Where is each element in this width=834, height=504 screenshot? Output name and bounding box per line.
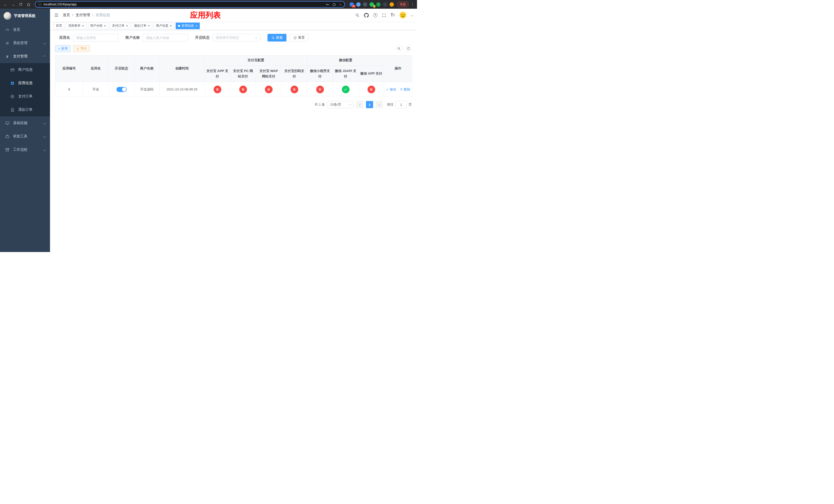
cell-wx-jsapi: ✓ (333, 82, 358, 97)
breadcrumb-payment[interactable]: 支付管理 (76, 13, 90, 18)
tab-close-icon[interactable]: × (170, 24, 172, 27)
reset-button[interactable]: 重置 (289, 34, 308, 42)
github-icon[interactable] (364, 13, 369, 18)
browser-extensions: 10 1 (349, 2, 395, 7)
help-icon[interactable]: ? (373, 13, 377, 18)
browser-back-button[interactable]: ← (3, 2, 8, 7)
prev-page-button[interactable]: ‹ (356, 101, 364, 108)
breadcrumb-home[interactable]: 首页 (63, 13, 70, 18)
sidebar-item-workflow[interactable]: 工作流程 (0, 143, 50, 156)
col-header-alipay-pc: 支付宝 PC 网站支付 (230, 66, 256, 82)
tab-close-icon[interactable]: × (148, 24, 150, 27)
search-button[interactable]: 搜索 (267, 34, 286, 42)
chevron-down-icon (43, 42, 46, 44)
extension-icon-7[interactable] (390, 2, 394, 7)
cell-status (109, 82, 134, 97)
toggle-search-button[interactable] (395, 45, 402, 52)
tab-label: 流程表单 (68, 24, 81, 28)
tab-close-icon[interactable]: × (104, 24, 106, 27)
sidebar-item-system[interactable]: 系统管理 (0, 37, 50, 50)
browser-reload-button[interactable] (18, 2, 24, 7)
sidebar-submenu-payment: 商户信息 应用信息 支付订单 (0, 63, 50, 116)
bookmark-star-icon[interactable]: ☆ (339, 3, 342, 6)
chevron-down-icon (43, 148, 46, 151)
add-button[interactable]: + 新增 (55, 45, 70, 52)
sidebar-item-app-info[interactable]: 应用信息 (0, 76, 50, 90)
sidebar-item-refund-order[interactable]: 退款订单 (0, 103, 50, 116)
fullscreen-icon[interactable] (382, 13, 386, 18)
chevron-down-icon (255, 36, 258, 39)
tab-close-icon[interactable]: × (82, 24, 84, 27)
col-header-app-name: 应用名 (83, 55, 109, 82)
next-page-button[interactable]: › (376, 101, 383, 108)
sidebar-item-home[interactable]: 首页 (0, 23, 50, 37)
archive-box-icon (5, 148, 9, 152)
enable-toggle[interactable] (116, 87, 127, 92)
goto-page-input[interactable] (395, 101, 407, 108)
password-key-icon[interactable] (326, 3, 330, 6)
cell-actions: 修改 删除 (384, 82, 412, 97)
font-size-icon[interactable]: TT (391, 13, 395, 17)
tab-pay-order[interactable]: 支付订单 × (110, 23, 130, 29)
tab-merchant-info[interactable]: 商户信息 × (154, 23, 174, 29)
extension-icon-4[interactable]: 1 (370, 2, 374, 7)
trash-icon (400, 88, 403, 91)
cell-merchant: 芋道源码 (134, 82, 159, 97)
extension-icon-1[interactable]: 10 (350, 2, 354, 7)
browser-toolbar: ← → i localhost:1024/pay/app ☆ 10 1 更新 ⋮ (0, 0, 417, 9)
chevron-down-icon (43, 135, 46, 138)
tab-label: 商户信息 (156, 24, 168, 28)
browser-menu-icon[interactable]: ⋮ (411, 2, 414, 6)
sidebar-item-pay-order[interactable]: 支付订单 (0, 90, 50, 103)
logo-image (4, 12, 11, 20)
sidebar-item-label: 应用信息 (18, 81, 32, 85)
sidebar-item-infrastructure[interactable]: 基础设施 (0, 116, 50, 130)
hamburger-menu-icon[interactable] (50, 9, 63, 22)
share-icon[interactable] (332, 3, 336, 6)
status-select[interactable]: 请选择开启状态 (213, 34, 260, 42)
merchant-name-label: 商户名称 (126, 36, 140, 40)
tab-close-icon[interactable]: × (195, 24, 197, 27)
extension-icon-2[interactable] (356, 2, 360, 7)
tab-app-info[interactable]: 应用信息 × (176, 23, 200, 29)
browser-home-button[interactable] (26, 2, 31, 7)
sidebar-item-payment[interactable]: ¥ 支付管理 (0, 50, 50, 63)
sidebar-item-dev-tools[interactable]: 研发工具 (0, 130, 50, 143)
avatar-caret-icon[interactable] (411, 14, 413, 17)
user-avatar[interactable] (399, 11, 407, 19)
app-logo: 芋道管理系统 (0, 9, 50, 23)
sidebar-item-merchant-info[interactable]: 商户信息 (0, 63, 50, 76)
page-number-button[interactable]: 1 (366, 101, 373, 108)
extension-icon-5[interactable] (376, 2, 380, 7)
delete-link[interactable]: 删除 (400, 87, 410, 92)
refresh-table-button[interactable] (405, 45, 412, 52)
search-icon[interactable] (355, 13, 359, 18)
cell-wx-app: × (358, 82, 384, 97)
tab-home[interactable]: 首页 (53, 23, 64, 29)
merchant-name-input[interactable] (143, 34, 188, 42)
tab-user-group[interactable]: 用户分组 × (88, 23, 109, 29)
gear-icon (5, 41, 9, 45)
tab-refund-order[interactable]: 退款订单 × (132, 23, 152, 29)
site-info-icon[interactable]: i (38, 3, 42, 6)
app-name-input[interactable] (73, 34, 118, 42)
address-bar[interactable]: i localhost:1024/pay/app ☆ (35, 1, 345, 8)
tab-label: 用户分组 (90, 24, 103, 28)
page-size-select[interactable]: 10条/页 (328, 101, 354, 108)
extension-icon-3[interactable] (363, 2, 367, 7)
tab-close-icon[interactable]: × (126, 24, 128, 27)
group-header-alipay: 支付宝配置 (205, 55, 307, 66)
export-button[interactable]: 导出 (73, 45, 90, 52)
credit-card-icon (10, 68, 15, 72)
tab-process-form[interactable]: 流程表单 × (66, 23, 86, 29)
browser-update-button[interactable]: 更新 (397, 2, 409, 7)
col-header-wx-lite: 微信小程序支付 (307, 66, 333, 82)
browser-forward-button[interactable]: → (10, 2, 16, 7)
extension-icon-6[interactable] (383, 2, 387, 7)
col-header-alipay-qr: 支付宝扫码支付 (282, 66, 307, 82)
plus-icon: + (58, 47, 60, 50)
app-name-label: 应用名 (59, 36, 70, 40)
edit-link[interactable]: 修改 (386, 87, 396, 92)
breadcrumb: 首页 / 支付管理 / 应用信息 (63, 13, 110, 18)
add-button-label: 新增 (61, 46, 67, 51)
